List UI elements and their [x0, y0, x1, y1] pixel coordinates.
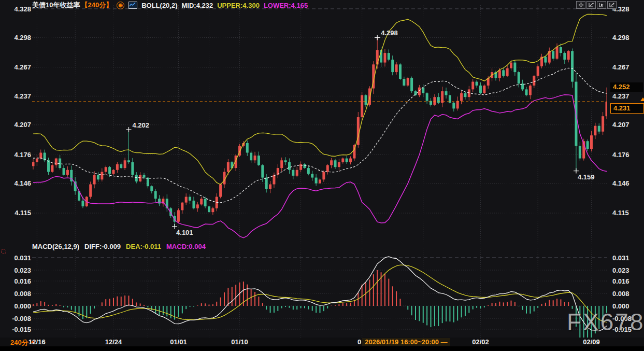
prev-settle-price-tag: 4.252	[610, 82, 643, 92]
macd-header: MACD(26,12,9) DIFF:-0.009 DEA:-0.011 MAC…	[32, 243, 206, 250]
svg-text:4.115: 4.115	[15, 209, 31, 217]
time-tooltip-box: 2026/01/19 16:00~20:00 —	[362, 338, 450, 346]
chart-type-icon[interactable]	[128, 2, 137, 9]
svg-text:0.031: 0.031	[612, 254, 629, 262]
boll-label: BOLL(20,2)	[141, 2, 177, 9]
svg-text:0.023: 0.023	[14, 266, 31, 274]
last-price-tag: 4.231	[610, 103, 644, 114]
boll-upper-value: UPPER:4.300	[217, 2, 260, 9]
boll-upper-line	[33, 15, 607, 185]
svg-text:-0.008: -0.008	[12, 315, 31, 322]
svg-text:4.115: 4.115	[612, 209, 629, 217]
svg-text:0.016: 0.016	[14, 277, 31, 285]
export-arrow-icon	[609, 3, 615, 7]
boll-lower-value: LOWER:4.165	[264, 2, 308, 9]
macd-diff-value: DIFF:-0.009	[84, 243, 121, 250]
svg-text:4.298: 4.298	[14, 34, 31, 41]
x-axis-label: 12/24	[95, 338, 132, 346]
add-indicator-icon[interactable]: ⊕	[117, 2, 124, 9]
svg-text:4.207: 4.207	[14, 121, 31, 129]
zoom-range-tool-button[interactable]	[597, 1, 606, 9]
svg-text:4.267: 4.267	[612, 63, 629, 71]
chart-toolbar	[576, 1, 617, 9]
x-axis-label: 02/02	[462, 338, 498, 346]
svg-text:0.023: 0.023	[612, 266, 629, 274]
svg-text:4.146: 4.146	[14, 179, 31, 187]
candlestick-chart[interactable]: 4.2024.1014.2984.1594.3284.3284.2984.298…	[0, 0, 644, 351]
svg-text:4.267: 4.267	[14, 63, 31, 71]
macd-label: MACD(26,12,9)	[32, 243, 79, 250]
svg-text:0.008: 0.008	[14, 290, 31, 298]
svg-text:4.146: 4.146	[612, 179, 629, 187]
macd-value: MACD:0.004	[166, 243, 206, 250]
svg-text:0.016: 0.016	[612, 277, 629, 285]
svg-text:0.031: 0.031	[14, 254, 31, 262]
svg-text:0.008: 0.008	[612, 290, 629, 298]
last-price-arrow-icon	[640, 97, 644, 101]
period-tag: 【240分】	[81, 1, 112, 10]
boll-mid-value: MID:4.232	[182, 2, 213, 9]
macd-diff-line	[33, 257, 607, 331]
annotation-4.101: 4.101	[176, 229, 193, 236]
zoom-in-tool-button[interactable]	[586, 1, 596, 9]
play-range-icon	[599, 3, 605, 7]
svg-text:4.237: 4.237	[14, 92, 31, 100]
x-axis-label: 01/10	[222, 338, 258, 346]
time-tooltip-prefix: 0	[357, 338, 361, 346]
annotation-4.159: 4.159	[578, 173, 595, 181]
annotation-4.202: 4.202	[133, 121, 150, 129]
svg-text:4.207: 4.207	[612, 121, 629, 129]
page-title: 美债10年收益率	[32, 1, 80, 10]
svg-text:4.298: 4.298	[612, 34, 629, 41]
time-axis: 240分 ▲ 12/1612/2401/0101/1002/0202/09 0 …	[0, 338, 644, 346]
macd-pane-alert-icon[interactable]	[1, 249, 6, 254]
annotation-4.298: 4.298	[381, 29, 398, 37]
candles	[32, 37, 608, 226]
x-axis-label: 12/16	[19, 338, 55, 346]
chart-window: 4.2024.1014.2984.1594.3284.3284.2984.298…	[0, 0, 644, 351]
x-axis-label: 02/09	[573, 338, 609, 346]
zoom-in-icon	[589, 3, 594, 7]
time-tooltip: 0 2026/01/19 16:00~20:00 —	[357, 338, 450, 346]
x-axis-label: 01/01	[160, 338, 196, 346]
crosshair-icon	[578, 3, 584, 7]
watermark: FX678	[567, 308, 644, 336]
chart-header: 美债10年收益率 【240分】 ⊕ BOLL(20,2) MID:4.232 U…	[32, 1, 308, 10]
svg-text:-0.015: -0.015	[12, 326, 31, 333]
svg-text:4.176: 4.176	[612, 151, 629, 159]
svg-text:4.237: 4.237	[612, 92, 629, 100]
gridlines	[32, 5, 607, 342]
svg-text:4.176: 4.176	[14, 151, 31, 159]
svg-text:4.328: 4.328	[14, 5, 31, 13]
bottom-strip	[0, 346, 644, 351]
svg-text:0.000: 0.000	[14, 302, 31, 310]
zoom-reset-tool-button[interactable]	[607, 1, 617, 9]
boll-lower-line	[33, 95, 607, 238]
macd-dea-value: DEA:-0.011	[126, 243, 161, 250]
move-tool-button[interactable]	[576, 1, 585, 9]
